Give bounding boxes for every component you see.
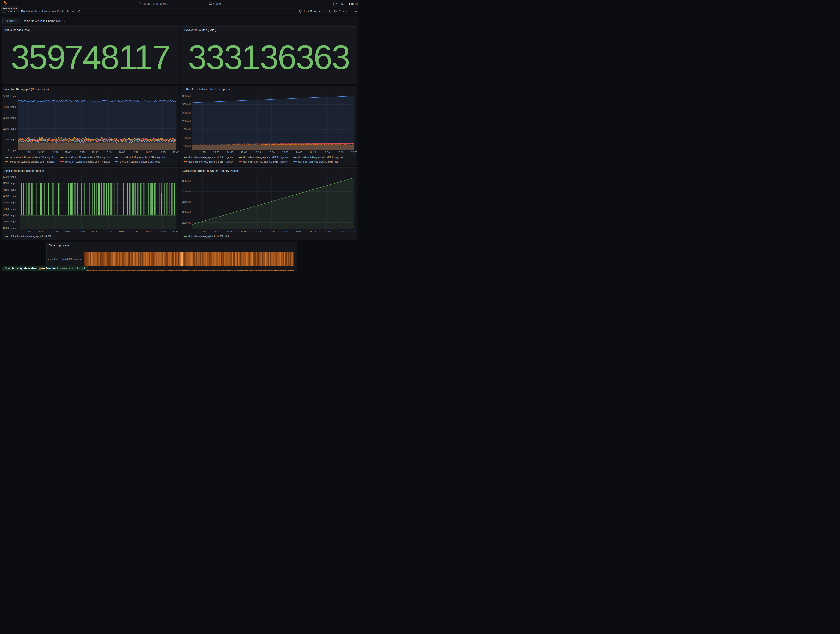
share-icon[interactable] — [77, 9, 81, 13]
legend-item[interactable]: sink - demo-llm-otel-logs-pipeline-b98f — [5, 234, 51, 238]
x-axis-label: 17:00 — [351, 151, 357, 154]
pipeline-id-select[interactable]: demo-llm-otel-logs-pipeline-b98f — [21, 18, 68, 24]
panel-kafka-reads-total[interactable]: Kafka Reads (Total) 359748117 — [2, 26, 179, 84]
panel-clickhouse-records-written[interactable]: ClickHouse Records Written Total by Pipe… — [180, 168, 357, 240]
toolbar-divider — [351, 9, 351, 13]
chart-canvas[interactable] — [193, 175, 354, 229]
news-rss-icon[interactable] — [341, 2, 344, 5]
chevron-down-icon — [63, 20, 66, 22]
grafana-logo[interactable] — [2, 1, 7, 6]
legend-item[interactable]: demo-llm-otel-logs-pipeline-b98f - inges… — [238, 155, 289, 159]
x-axis-label: 17:00 — [173, 151, 179, 154]
x-axis-label: 15:15 — [78, 230, 85, 233]
chart-canvas[interactable] — [17, 93, 176, 150]
y-axis-label: 4200 recps — [3, 207, 16, 210]
panel-clickhouse-writes-total[interactable]: ClickHouse Writes (Total) 333136363 — [180, 26, 357, 84]
legend-marker — [5, 236, 8, 237]
chart-canvas[interactable] — [193, 93, 354, 150]
legend-label: demo-llm-otel-logs-pipeline-b98f - inges… — [10, 160, 55, 163]
x-axis-label: 16:45 — [337, 151, 344, 154]
x-axis-label: 15:00 — [241, 151, 247, 154]
y-axis-label: 50 Mil — [184, 145, 191, 147]
legend-label: demo-llm-otel-logs-pipeline-b98f - inges… — [188, 160, 234, 163]
legend-marker — [60, 157, 63, 158]
legend-marker — [184, 161, 187, 162]
x-axis-label: 16:45 — [159, 151, 166, 154]
x-axis-label: 15:00 — [241, 230, 247, 233]
x-axis-label: 15:45 — [105, 151, 112, 154]
y-axis-label: 5000 recps — [3, 182, 16, 185]
legend-item[interactable]: demo-llm-otel-logs-pipeline-b98f - inges… — [184, 155, 234, 159]
legend-item[interactable]: demo-llm-otel-logs-pipeline-b98f - inges… — [5, 155, 55, 159]
y-axis-label: 5000 recps — [3, 95, 16, 98]
legend-marker — [5, 157, 8, 158]
legend-item[interactable]: demo-llm-otel-logs-pipeline-b98f - inges… — [115, 155, 165, 159]
stat-value-clickhouse-writes: 333136363 — [180, 30, 357, 84]
legend-item[interactable]: demo-llm-otel-logs-pipeline-b98f - inges… — [60, 155, 110, 159]
dashboard-toolbar: Home › Dashboards › GlassFlow Public Dem… — [0, 7, 360, 15]
legend-item[interactable]: demo-llm-otel-logs-pipeline-b98f - inges… — [184, 160, 234, 164]
x-axis-label: 16:00 — [296, 151, 302, 154]
y-axis-label: 300 Mil — [183, 103, 191, 106]
breadcrumb-dashboards[interactable]: Dashboards — [21, 9, 37, 13]
y-axis-label: 330 Mil — [183, 180, 191, 182]
search-input[interactable]: Search or jump to... cmd+k — [136, 1, 224, 6]
x-axis-label: 14:45 — [51, 151, 58, 154]
open-url-toast[interactable]: Open https://grafana.demo.glassflow.dev … — [2, 266, 88, 271]
refresh-picker[interactable]: 10s — [334, 9, 348, 13]
x-axis-label: 14:30 — [213, 151, 219, 154]
timeline-band[interactable] — [84, 252, 294, 266]
y-axis: 290 Mil300 Mil310 Mil320 Mil330 Mil — [180, 175, 193, 229]
breadcrumb-separator: › — [39, 9, 40, 13]
legend-item[interactable]: demo-llm-otel-logs-pipeline-b98f - inges… — [60, 160, 110, 164]
collapse-chevron-up-icon[interactable] — [354, 9, 358, 13]
legend-item[interactable]: demo-llm-otel-logs-pipeline-b98f - inges… — [5, 160, 55, 164]
y-axis-label: 1000 recps — [3, 138, 16, 141]
x-axis-label: 16:30 — [146, 230, 152, 233]
x-axis-label: 14:45 — [227, 151, 234, 154]
legend-marker — [294, 161, 297, 162]
help-icon[interactable] — [333, 2, 337, 5]
legend-item[interactable]: demo-llm-otel-logs-pipeline-b98f Total — [115, 160, 160, 164]
search-shortcut: cmd+k — [213, 2, 221, 5]
x-axis-label: 15:15 — [254, 230, 261, 233]
search-icon — [139, 2, 141, 5]
legend-label: demo-llm-otel-logs-pipeline-b98f - inges… — [243, 160, 289, 163]
legend-marker — [184, 157, 187, 158]
x-axis-label: 16:30 — [324, 230, 330, 233]
y-axis-label: 4400 recps — [3, 201, 16, 204]
x-axis-label: 15:15 — [254, 151, 261, 154]
top-nav: Search or jump to... cmd+k Sign in — [0, 0, 360, 7]
x-axis-label: 15:00 — [65, 230, 71, 233]
x-axis-label: 15:30 — [268, 151, 275, 154]
timeline-band[interactable] — [84, 270, 294, 271]
y-axis-label: 350 Mil — [183, 95, 191, 98]
y-axis-label: 3800 recps — [3, 220, 16, 223]
breadcrumb-current: GlassFlow Public Demo — [42, 9, 74, 13]
panel-kafka-records-read[interactable]: Kafka Records Read Total by Pipeline 50 … — [180, 86, 357, 166]
y-axis-label: 4000 recps — [3, 214, 16, 217]
x-axis-label: 15:45 — [282, 151, 288, 154]
time-range-picker[interactable]: Last 3 hours — [299, 9, 324, 13]
x-axis-label: 15:45 — [105, 230, 112, 233]
timeline-row-label: ingestor-0-79dfcdd645-rqswq — [47, 258, 84, 260]
legend-item[interactable]: demo-llm-otel-logs-pipeline-b98f - inges… — [238, 160, 289, 164]
zoom-out-icon[interactable] — [327, 9, 331, 13]
legend-item[interactable]: demo-llm-otel-logs-pipeline-b98f - sink — [184, 234, 229, 238]
legend-item[interactable]: demo-llm-otel-logs-pipeline-b98f - inges… — [294, 155, 343, 159]
y-axis-label: 310 Mil — [183, 201, 191, 203]
x-axis-label: 14:30 — [38, 230, 44, 233]
pipeline-id-label[interactable]: Pipeline ID — [2, 18, 20, 24]
panel-ingestor-throughput[interactable]: Ingestor Throughput (Records/sec) 0 recp… — [2, 86, 179, 166]
time-range-label: Last 3 hours — [304, 9, 320, 13]
panel-sink-throughput[interactable]: Sink Throughput (Records/sec) 3600 recps… — [2, 168, 179, 240]
go-to-home-tooltip: Go to home — [1, 6, 19, 11]
legend-label: demo-llm-otel-logs-pipeline-b98f - inges… — [243, 156, 289, 158]
legend-label: demo-llm-otel-logs-pipeline-b98f - inges… — [65, 156, 110, 158]
sign-in-link[interactable]: Sign in — [349, 2, 358, 5]
chart-canvas[interactable] — [17, 175, 176, 229]
legend-item[interactable]: demo-llm-otel-logs-pipeline-b98f Total — [294, 160, 338, 164]
x-axis-label: 14:15 — [199, 151, 206, 154]
y-axis-label: 3000 recps — [3, 117, 16, 119]
y-axis-label: 250 Mil — [183, 111, 191, 114]
